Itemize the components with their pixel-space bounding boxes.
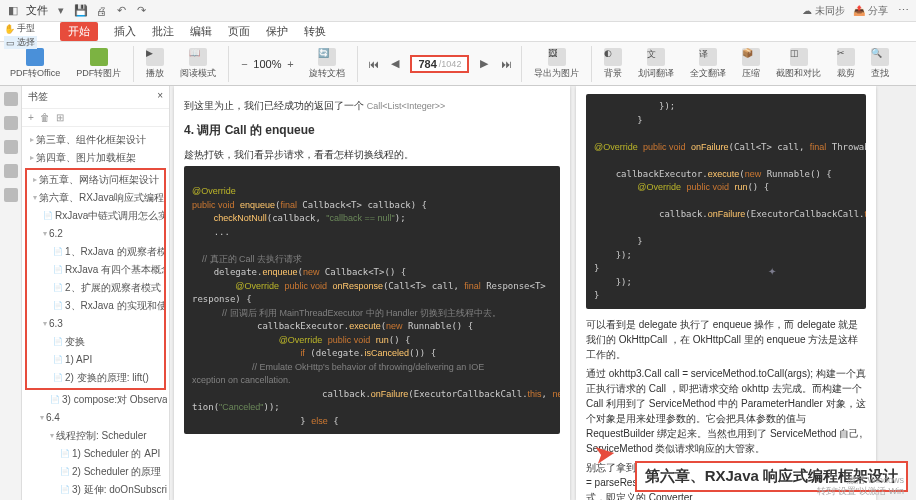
- page-prev-icon[interactable]: ◀: [388, 57, 402, 71]
- bookmark-item[interactable]: 3) compose:对 Observable 整体的变换: [24, 391, 167, 409]
- bookmark-item[interactable]: 3) 延伸: doOnSubscribe(): [24, 481, 167, 499]
- bm-expand-icon[interactable]: ⊞: [56, 112, 64, 123]
- rail-comment-icon[interactable]: [4, 164, 18, 178]
- tool-find[interactable]: 🔍查找: [867, 48, 893, 80]
- bookmark-item[interactable]: 3、RxJava 的实现和使用: [27, 297, 164, 315]
- tab-insert[interactable]: 插入: [114, 24, 136, 39]
- tab-edit[interactable]: 编辑: [190, 24, 212, 39]
- ribbon-tabs: 开始 插入 批注 编辑 页面 保护 转换: [0, 22, 916, 42]
- inline-code: Call<List<Integer>>: [367, 101, 446, 111]
- bookmark-item[interactable]: 第六章、RXJava响应式编程框架设计: [27, 189, 164, 207]
- zoom-in-icon[interactable]: +: [283, 57, 297, 71]
- dropdown-icon[interactable]: ▾: [54, 4, 68, 18]
- page-last-icon[interactable]: ⏭: [499, 57, 513, 71]
- bookmark-item[interactable]: RxJava 有四个基本概念:: [27, 261, 164, 279]
- undo-icon[interactable]: ↶: [114, 4, 128, 18]
- bookmark-item[interactable]: 第四章、图片加载框架: [24, 149, 167, 167]
- bookmark-item[interactable]: 6.3: [27, 315, 164, 333]
- bookmark-item[interactable]: 第五章、网络访问框架设计: [27, 171, 164, 189]
- watermark: ✦: [768, 266, 776, 277]
- text: 趁热打铁，我们看异步请求，看看怎样切换线程的。: [184, 147, 560, 162]
- toolbar: PDF转Office PDF转图片 ▶播放 📖阅读模式 − 100% + 🔄旋转…: [0, 42, 916, 86]
- bookmark-item[interactable]: 1) Scheduler 的 API: [24, 445, 167, 463]
- tab-protect[interactable]: 保护: [266, 24, 288, 39]
- tool-read[interactable]: 📖阅读模式: [176, 48, 220, 80]
- print-icon[interactable]: 🖨: [94, 4, 108, 18]
- rail-bookmark-icon[interactable]: [4, 92, 18, 106]
- page-next-icon[interactable]: ▶: [477, 57, 491, 71]
- tool-play[interactable]: ▶播放: [142, 48, 168, 80]
- save-icon[interactable]: 💾: [74, 4, 88, 18]
- bookmark-item[interactable]: 6.2: [27, 225, 164, 243]
- file-menu[interactable]: 文件: [26, 3, 48, 18]
- rail-thumb-icon[interactable]: [4, 116, 18, 130]
- text: 可以看到是 delegate 执行了 enqueue 操作，而 delegate…: [586, 317, 866, 362]
- tool-bg[interactable]: ◐背景: [600, 48, 626, 80]
- tool-rotate[interactable]: 🔄旋转文档: [305, 48, 349, 80]
- bookmark-item[interactable]: 2) Scheduler 的原理: [24, 463, 167, 481]
- bookmark-item[interactable]: 1) API: [27, 351, 164, 369]
- side-rail: [0, 86, 22, 500]
- heading: 4. 调用 Call 的 enqueue: [184, 122, 560, 139]
- bookmark-item[interactable]: 2) 变换的原理: lift(): [27, 369, 164, 387]
- bookmark-item[interactable]: 第三章、组件化框架设计: [24, 131, 167, 149]
- page-input[interactable]: 784/1042: [410, 55, 469, 73]
- bookmark-title: 书签: [28, 90, 48, 104]
- rail-attach-icon[interactable]: [4, 140, 18, 154]
- text: 通过 okhttp3.Call call = serviceMethod.toC…: [586, 366, 866, 456]
- bm-add-icon[interactable]: +: [28, 112, 34, 123]
- titlebar: ◧ 文件 ▾ 💾 🖨 ↶ ↷ ☁ 未同步 📤 分享 ⋯: [0, 0, 916, 22]
- tab-start[interactable]: 开始: [60, 22, 98, 41]
- main-area: 书签 × + 🗑 ⊞ 第三章、组件化框架设计第四章、图片加载框架第五章、网络访问…: [0, 86, 916, 500]
- tool-word-trans[interactable]: 文划词翻译: [634, 48, 678, 80]
- document-viewport[interactable]: 到这里为止，我们已经成功的返回了一个 Call<List<Integer>> 4…: [170, 86, 916, 500]
- tab-convert[interactable]: 转换: [304, 24, 326, 39]
- bookmark-item[interactable]: 6.4: [24, 409, 167, 427]
- page-first-icon[interactable]: ⏮: [366, 57, 380, 71]
- zoom-value[interactable]: 100%: [253, 58, 281, 70]
- tool-compare[interactable]: ◫截图和对比: [772, 48, 825, 80]
- page-right: }); } @Override public void onFailure(Ca…: [576, 86, 876, 500]
- bookmark-item[interactable]: 1、RxJava 的观察者模式解读: [27, 243, 164, 261]
- sync-status[interactable]: ☁ 未同步: [802, 4, 845, 18]
- tab-page[interactable]: 页面: [228, 24, 250, 39]
- bookmark-item[interactable]: 2、扩展的观察者模式: [27, 279, 164, 297]
- redo-icon[interactable]: ↷: [134, 4, 148, 18]
- code-block: }); } @Override public void onFailure(Ca…: [586, 94, 866, 309]
- rail-more-icon[interactable]: [4, 188, 18, 202]
- bm-del-icon[interactable]: 🗑: [40, 112, 50, 123]
- share-button[interactable]: 📤 分享: [853, 4, 888, 18]
- code-block: @Override public void enqueue(final Call…: [184, 166, 560, 435]
- bookmark-panel: 书签 × + 🗑 ⊞ 第三章、组件化框架设计第四章、图片加载框架第五章、网络访问…: [22, 86, 170, 500]
- app-icon: ◧: [6, 4, 20, 18]
- zoom-out-icon[interactable]: −: [237, 57, 251, 71]
- page-left: 到这里为止，我们已经成功的返回了一个 Call<List<Integer>> 4…: [174, 86, 570, 500]
- bookmark-item[interactable]: RxJava中链式调用怎么实现的?: [27, 207, 164, 225]
- tool-compress[interactable]: 📦压缩: [738, 48, 764, 80]
- bookmark-item[interactable]: 变换: [27, 333, 164, 351]
- bookmark-item[interactable]: 线程控制: Scheduler: [24, 427, 167, 445]
- tool-pdf-img[interactable]: PDF转图片: [72, 48, 125, 80]
- tool-full-trans[interactable]: 译全文翻译: [686, 48, 730, 80]
- more-icon[interactable]: ⋯: [896, 4, 910, 18]
- windows-activate-notice: 激活 Windows转到"设置"以激活 Win: [817, 475, 904, 498]
- text: 到这里为止，我们已经成功的返回了一个: [184, 100, 364, 111]
- bookmark-close[interactable]: ×: [157, 90, 163, 104]
- bookmark-tree: 第三章、组件化框架设计第四章、图片加载框架第五章、网络访问框架设计第六章、RXJ…: [22, 127, 169, 500]
- hand-mode[interactable]: ✋手型: [4, 22, 37, 35]
- tool-export-img[interactable]: 🖼导出为图片: [530, 48, 583, 80]
- annotation-arrow: ➤: [592, 438, 618, 472]
- tool-crop[interactable]: ✂裁剪: [833, 48, 859, 80]
- mode-switch: ✋手型 ▭选择: [4, 22, 37, 49]
- tool-pdf-office[interactable]: PDF转Office: [6, 48, 64, 80]
- select-mode[interactable]: ▭选择: [4, 36, 37, 49]
- tab-annotate[interactable]: 批注: [152, 24, 174, 39]
